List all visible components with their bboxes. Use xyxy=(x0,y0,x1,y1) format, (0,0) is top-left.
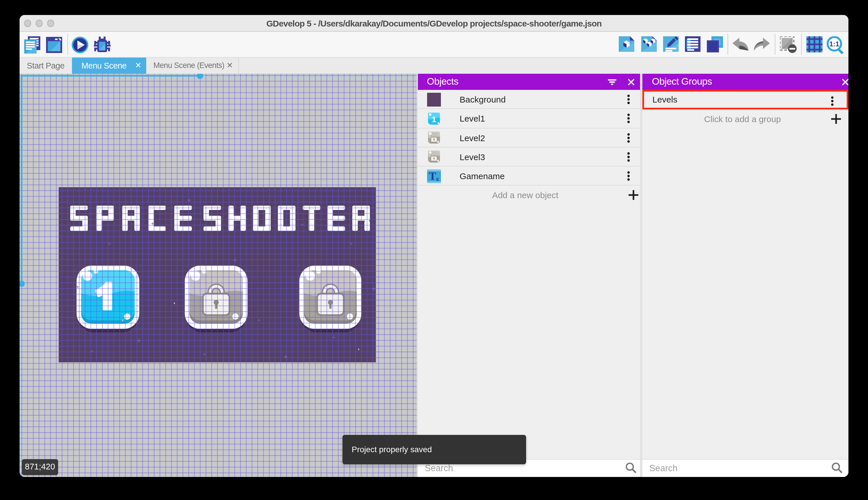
svg-text:1: 1 xyxy=(431,115,436,124)
svg-text:x: x xyxy=(436,175,438,182)
svg-text:1:1: 1:1 xyxy=(830,40,840,47)
svg-text:T: T xyxy=(429,170,436,182)
